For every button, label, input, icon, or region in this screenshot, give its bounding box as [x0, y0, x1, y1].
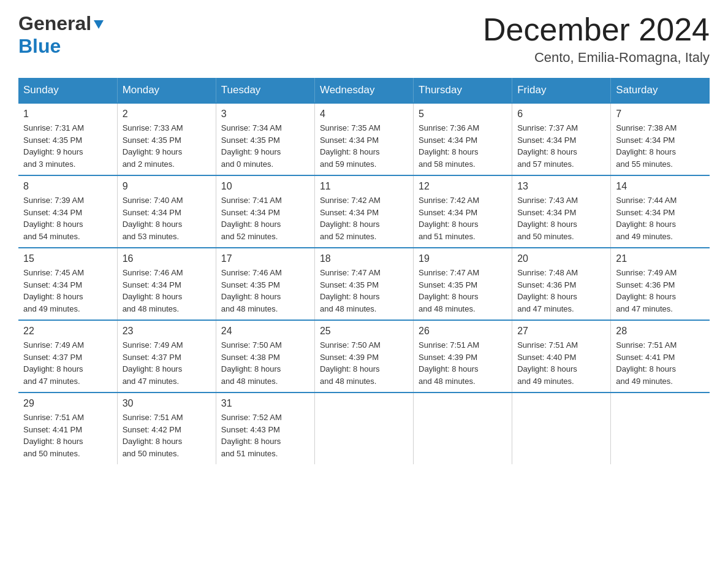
- day-info: Sunrise: 7:45 AMSunset: 4:34 PMDaylight:…: [23, 267, 112, 315]
- day-number: 23: [123, 326, 211, 337]
- day-info: Sunrise: 7:51 AMSunset: 4:40 PMDaylight:…: [517, 339, 605, 387]
- day-number: 12: [419, 181, 507, 192]
- calendar-cell: 26 Sunrise: 7:51 AMSunset: 4:39 PMDaylig…: [414, 320, 512, 393]
- day-info: Sunrise: 7:35 AMSunset: 4:34 PMDaylight:…: [320, 122, 408, 170]
- logo-blue-text: Blue: [18, 35, 61, 57]
- day-number: 3: [221, 109, 309, 120]
- day-info: Sunrise: 7:47 AMSunset: 4:35 PMDaylight:…: [419, 267, 507, 315]
- day-number: 13: [517, 181, 605, 192]
- calendar-cell: 18 Sunrise: 7:47 AMSunset: 4:35 PMDaylig…: [314, 248, 413, 320]
- day-info: Sunrise: 7:34 AMSunset: 4:35 PMDaylight:…: [221, 122, 309, 170]
- day-number: 17: [221, 253, 309, 264]
- day-info: Sunrise: 7:41 AMSunset: 4:34 PMDaylight:…: [221, 194, 309, 242]
- day-number: 20: [517, 253, 605, 264]
- day-info: Sunrise: 7:49 AMSunset: 4:37 PMDaylight:…: [123, 339, 211, 387]
- col-thursday: Thursday: [414, 78, 512, 103]
- day-info: Sunrise: 7:51 AMSunset: 4:42 PMDaylight:…: [123, 412, 211, 459]
- day-info: Sunrise: 7:49 AMSunset: 4:37 PMDaylight:…: [23, 339, 112, 387]
- col-wednesday: Wednesday: [314, 78, 413, 103]
- calendar-cell: [414, 393, 512, 464]
- calendar-cell: 7 Sunrise: 7:38 AMSunset: 4:34 PMDayligh…: [611, 103, 710, 175]
- day-info: Sunrise: 7:42 AMSunset: 4:34 PMDaylight:…: [419, 194, 507, 242]
- day-number: 5: [419, 109, 507, 120]
- calendar-cell: 1 Sunrise: 7:31 AMSunset: 4:35 PMDayligh…: [18, 103, 117, 175]
- logo-general-text: General: [18, 12, 91, 35]
- calendar-cell: [611, 393, 710, 464]
- calendar-cell: 19 Sunrise: 7:47 AMSunset: 4:35 PMDaylig…: [414, 248, 512, 320]
- col-friday: Friday: [512, 78, 611, 103]
- calendar-week-3: 15 Sunrise: 7:45 AMSunset: 4:34 PMDaylig…: [18, 248, 710, 320]
- calendar-cell: 23 Sunrise: 7:49 AMSunset: 4:37 PMDaylig…: [117, 320, 216, 393]
- logo-arrow-icon: [92, 18, 105, 31]
- calendar-cell: 2 Sunrise: 7:33 AMSunset: 4:35 PMDayligh…: [117, 103, 216, 175]
- calendar-cell: 15 Sunrise: 7:45 AMSunset: 4:34 PMDaylig…: [18, 248, 117, 320]
- calendar-cell: 20 Sunrise: 7:48 AMSunset: 4:36 PMDaylig…: [512, 248, 611, 320]
- day-number: 19: [419, 253, 507, 264]
- day-number: 26: [419, 326, 507, 337]
- day-number: 2: [123, 109, 211, 120]
- page-header: General Blue December 2024 Cento, Emilia…: [18, 12, 710, 66]
- calendar-cell: [314, 393, 413, 464]
- calendar-week-2: 8 Sunrise: 7:39 AMSunset: 4:34 PMDayligh…: [18, 175, 710, 248]
- calendar-week-4: 22 Sunrise: 7:49 AMSunset: 4:37 PMDaylig…: [18, 320, 710, 393]
- calendar-header-row: Sunday Monday Tuesday Wednesday Thursday…: [18, 78, 710, 103]
- day-number: 4: [320, 109, 408, 120]
- day-info: Sunrise: 7:52 AMSunset: 4:43 PMDaylight:…: [221, 412, 309, 459]
- day-info: Sunrise: 7:47 AMSunset: 4:35 PMDaylight:…: [320, 267, 408, 315]
- logo: General Blue: [18, 12, 105, 58]
- calendar-table: Sunday Monday Tuesday Wednesday Thursday…: [18, 78, 710, 464]
- calendar-cell: 11 Sunrise: 7:42 AMSunset: 4:34 PMDaylig…: [314, 175, 413, 248]
- calendar-cell: 22 Sunrise: 7:49 AMSunset: 4:37 PMDaylig…: [18, 320, 117, 393]
- calendar-cell: 4 Sunrise: 7:35 AMSunset: 4:34 PMDayligh…: [314, 103, 413, 175]
- day-number: 27: [517, 326, 605, 337]
- calendar-cell: 14 Sunrise: 7:44 AMSunset: 4:34 PMDaylig…: [611, 175, 710, 248]
- calendar-cell: 21 Sunrise: 7:49 AMSunset: 4:36 PMDaylig…: [611, 248, 710, 320]
- day-number: 30: [123, 398, 211, 409]
- calendar-cell: 6 Sunrise: 7:37 AMSunset: 4:34 PMDayligh…: [512, 103, 611, 175]
- day-info: Sunrise: 7:37 AMSunset: 4:34 PMDaylight:…: [517, 122, 605, 170]
- day-info: Sunrise: 7:51 AMSunset: 4:41 PMDaylight:…: [23, 412, 112, 459]
- calendar-cell: [512, 393, 611, 464]
- month-title: December 2024: [483, 12, 710, 47]
- calendar-cell: 31 Sunrise: 7:52 AMSunset: 4:43 PMDaylig…: [216, 393, 314, 464]
- calendar-cell: 10 Sunrise: 7:41 AMSunset: 4:34 PMDaylig…: [216, 175, 314, 248]
- col-tuesday: Tuesday: [216, 78, 314, 103]
- calendar-cell: 29 Sunrise: 7:51 AMSunset: 4:41 PMDaylig…: [18, 393, 117, 464]
- day-number: 1: [23, 109, 112, 120]
- day-number: 18: [320, 253, 408, 264]
- svg-marker-0: [94, 20, 104, 29]
- day-info: Sunrise: 7:39 AMSunset: 4:34 PMDaylight:…: [23, 194, 112, 242]
- day-info: Sunrise: 7:50 AMSunset: 4:38 PMDaylight:…: [221, 339, 309, 387]
- day-number: 6: [517, 109, 605, 120]
- day-info: Sunrise: 7:44 AMSunset: 4:34 PMDaylight:…: [616, 194, 705, 242]
- calendar-cell: 3 Sunrise: 7:34 AMSunset: 4:35 PMDayligh…: [216, 103, 314, 175]
- day-info: Sunrise: 7:33 AMSunset: 4:35 PMDaylight:…: [123, 122, 211, 170]
- day-number: 16: [123, 253, 211, 264]
- day-number: 22: [23, 326, 112, 337]
- calendar-cell: 24 Sunrise: 7:50 AMSunset: 4:38 PMDaylig…: [216, 320, 314, 393]
- day-number: 24: [221, 326, 309, 337]
- day-info: Sunrise: 7:48 AMSunset: 4:36 PMDaylight:…: [517, 267, 605, 315]
- day-info: Sunrise: 7:51 AMSunset: 4:41 PMDaylight:…: [616, 339, 705, 387]
- day-info: Sunrise: 7:36 AMSunset: 4:34 PMDaylight:…: [419, 122, 507, 170]
- calendar-cell: 25 Sunrise: 7:50 AMSunset: 4:39 PMDaylig…: [314, 320, 413, 393]
- day-number: 15: [23, 253, 112, 264]
- calendar-cell: 17 Sunrise: 7:46 AMSunset: 4:35 PMDaylig…: [216, 248, 314, 320]
- day-number: 14: [616, 181, 705, 192]
- calendar-cell: 30 Sunrise: 7:51 AMSunset: 4:42 PMDaylig…: [117, 393, 216, 464]
- calendar-cell: 9 Sunrise: 7:40 AMSunset: 4:34 PMDayligh…: [117, 175, 216, 248]
- day-number: 25: [320, 326, 408, 337]
- day-number: 10: [221, 181, 309, 192]
- day-number: 31: [221, 398, 309, 409]
- day-number: 7: [616, 109, 705, 120]
- day-info: Sunrise: 7:49 AMSunset: 4:36 PMDaylight:…: [616, 267, 705, 315]
- day-number: 9: [123, 181, 211, 192]
- title-section: December 2024 Cento, Emilia-Romagna, Ita…: [483, 12, 710, 66]
- calendar-cell: 5 Sunrise: 7:36 AMSunset: 4:34 PMDayligh…: [414, 103, 512, 175]
- day-info: Sunrise: 7:50 AMSunset: 4:39 PMDaylight:…: [320, 339, 408, 387]
- col-sunday: Sunday: [18, 78, 117, 103]
- col-monday: Monday: [117, 78, 216, 103]
- day-info: Sunrise: 7:51 AMSunset: 4:39 PMDaylight:…: [419, 339, 507, 387]
- calendar-cell: 16 Sunrise: 7:46 AMSunset: 4:34 PMDaylig…: [117, 248, 216, 320]
- day-info: Sunrise: 7:46 AMSunset: 4:35 PMDaylight:…: [221, 267, 309, 315]
